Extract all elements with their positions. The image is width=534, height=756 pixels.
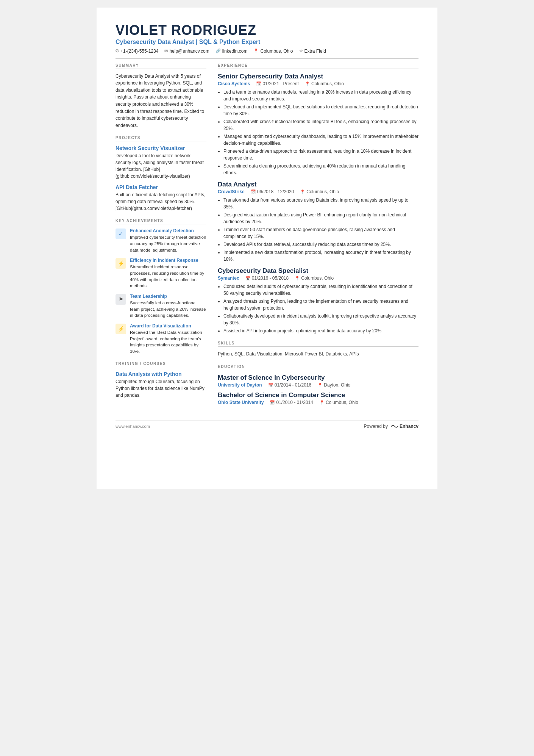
exp-date: 06/2018 - 12/2020 [251, 189, 294, 194]
left-column: SUMMARY Cybersecurity Data Analyst with … [116, 63, 206, 409]
achievement-title: Award for Data Visualization [130, 323, 206, 329]
resume-page: VIOLET RODRIGUEZ Cybersecurity Data Anal… [97, 8, 437, 489]
edu-school: Ohio State University [218, 400, 264, 405]
bullet-point: Transformed data from various sources us… [223, 197, 418, 210]
project-title: API Data Fetcher [116, 184, 206, 190]
contact-bar: ✆ +1-(234)-555-1234 ✉ help@enhancv.com 🔗… [116, 49, 418, 54]
bullet-point: Developed and implemented SQL-based solu… [223, 103, 418, 117]
exp-meta: CrowdStrike 06/2018 - 12/2020 Columbus, … [218, 189, 418, 194]
bullet-point: Trained over 50 staff members on data go… [223, 226, 418, 240]
bullet-point: Analyzed threats using Python, leading t… [223, 298, 418, 311]
achievement-item: ⚡ Efficiency in Incident Response Stream… [116, 258, 206, 289]
exp-bullets: Led a team to enhance data models, resul… [223, 89, 418, 176]
footer-brand: Powered by Enhancv [364, 424, 418, 429]
edu-location: Columbus, Ohio [319, 400, 358, 405]
linkedin-icon: 🔗 [215, 49, 221, 53]
edu-date: 01/2010 - 01/2014 [270, 400, 313, 405]
achievement-item: ⚡ Award for Data Visualization Received … [116, 323, 206, 355]
achievement-icon: ⚡ [116, 324, 126, 334]
email-icon: ✉ [164, 49, 168, 53]
edu-degree-title: Master of Science in Cybersecurity [218, 374, 418, 382]
exp-location: Columbus, Ohio [305, 81, 344, 86]
project-title: Network Security Visualizer [116, 145, 206, 151]
projects-list: Network Security Visualizer Developed a … [116, 145, 206, 212]
bullet-point: Collaborated with cross-functional teams… [223, 118, 418, 132]
achievements-label: KEY ACHIEVEMENTS [116, 219, 206, 224]
footer-website: www.enhancv.com [116, 424, 150, 429]
achievement-desc: Successfully led a cross-functional team… [130, 300, 206, 319]
edu-location: Dayton, Ohio [317, 382, 350, 388]
edu-degree-title: Bachelor of Science in Computer Science [218, 391, 418, 399]
star-icon: ☆ [299, 49, 303, 53]
education-item: Bachelor of Science in Computer Science … [218, 391, 418, 405]
phone-contact: ✆ +1-(234)-555-1234 [116, 49, 158, 54]
candidate-name: VIOLET RODRIGUEZ [116, 23, 418, 38]
experience-item: Cybersecurity Data Specialist Symantec 0… [218, 267, 418, 334]
achievement-content: Team Leadership Successfully led a cross… [130, 294, 206, 319]
exp-job-title: Cybersecurity Data Specialist [218, 267, 418, 275]
linkedin-contact: 🔗 linkedin.com [215, 49, 248, 54]
exp-date: 01/2016 - 05/2018 [245, 275, 289, 281]
achievement-content: Efficiency in Incident Response Streamli… [130, 258, 206, 289]
page-footer: www.enhancv.com Powered by Enhancv [116, 420, 418, 429]
achievement-title: Enhanced Anomaly Detection [130, 228, 206, 233]
bullet-point: Assisted in API integration projects, op… [223, 327, 418, 334]
edu-school: University of Dayton [218, 382, 262, 388]
achievement-item: ⚑ Team Leadership Successfully led a cro… [116, 294, 206, 319]
enhancv-logo: Enhancv [391, 424, 418, 429]
exp-job-title: Senior Cybersecurity Data Analyst [218, 73, 418, 80]
bullet-point: Pioneered a data-driven approach to risk… [223, 148, 418, 161]
achievement-desc: Streamlined incident response processes,… [130, 264, 206, 289]
achievement-desc: Received the 'Best Data Visualization Pr… [130, 329, 206, 355]
achievement-item: ✓ Enhanced Anomaly Detection Improved cy… [116, 228, 206, 253]
summary-label: SUMMARY [116, 63, 206, 69]
training-desc: Completed through Coursera, focusing on … [116, 378, 206, 399]
projects-label: PROJECTS [116, 136, 206, 141]
location-contact: 📍 Columbus, Ohio [253, 49, 293, 54]
edu-meta: Ohio State University 01/2010 - 01/2014 … [218, 400, 418, 405]
exp-meta: Cisco Systems 01/2021 - Present Columbus… [218, 81, 418, 86]
header-divider [116, 58, 418, 59]
extra-contact: ☆ Extra Field [299, 49, 326, 54]
exp-meta: Symantec 01/2016 - 05/2018 Columbus, Ohi… [218, 275, 418, 281]
header: VIOLET RODRIGUEZ Cybersecurity Data Anal… [116, 23, 418, 54]
main-content: SUMMARY Cybersecurity Data Analyst with … [116, 63, 418, 409]
education-label: EDUCATION [218, 365, 418, 370]
achievement-title: Team Leadership [130, 294, 206, 299]
bullet-point: Streamlined data cleaning procedures, ac… [223, 163, 418, 176]
training-label: TRAINING / COURSES [116, 362, 206, 367]
exp-bullets: Transformed data from various sources us… [223, 197, 418, 263]
achievements-list: ✓ Enhanced Anomaly Detection Improved cy… [116, 228, 206, 354]
training-item: Data Analysis with Python Completed thro… [116, 371, 206, 399]
bullet-point: Managed and optimized cybersecurity dash… [223, 133, 418, 147]
education-list: Master of Science in Cybersecurity Unive… [218, 374, 418, 405]
bullet-point: Led a team to enhance data models, resul… [223, 89, 418, 102]
achievement-icon: ✓ [116, 229, 126, 239]
phone-icon: ✆ [116, 49, 119, 53]
experience-item: Senior Cybersecurity Data Analyst Cisco … [218, 73, 418, 176]
exp-date: 01/2021 - Present [256, 81, 298, 86]
bullet-point: Conducted detailed audits of cybersecuri… [223, 283, 418, 297]
achievement-desc: Improved cybersecurity threat detection … [130, 234, 206, 253]
skills-label: SKILLS [218, 341, 418, 347]
achievement-content: Enhanced Anomaly Detection Improved cybe… [130, 228, 206, 253]
project-desc: Built an efficient data fetching script … [116, 191, 206, 212]
edu-date: 01/2014 - 01/2016 [268, 382, 311, 388]
bullet-point: Collaboratively developed an incident an… [223, 313, 418, 326]
education-item: Master of Science in Cybersecurity Unive… [218, 374, 418, 388]
bullet-point: Designed visualization templates using P… [223, 211, 418, 225]
exp-location: Columbus, Ohio [295, 275, 334, 281]
candidate-title: Cybersecurity Data Analyst | SQL & Pytho… [116, 39, 418, 45]
training-title: Data Analysis with Python [116, 371, 206, 377]
bullet-point: Developed APIs for data retrieval, succe… [223, 241, 418, 248]
experience-label: EXPERIENCE [218, 63, 418, 69]
skills-text: Python, SQL, Data Visualization, Microso… [218, 351, 418, 358]
exp-company: CrowdStrike [218, 189, 245, 194]
edu-meta: University of Dayton 01/2014 - 01/2016 D… [218, 382, 418, 388]
achievement-icon: ⚑ [116, 294, 126, 305]
experience-list: Senior Cybersecurity Data Analyst Cisco … [218, 73, 418, 334]
achievement-content: Award for Data Visualization Received th… [130, 323, 206, 355]
experience-item: Data Analyst CrowdStrike 06/2018 - 12/20… [218, 181, 418, 263]
exp-location: Columbus, Ohio [300, 189, 339, 194]
project-item: API Data Fetcher Built an efficient data… [116, 184, 206, 212]
